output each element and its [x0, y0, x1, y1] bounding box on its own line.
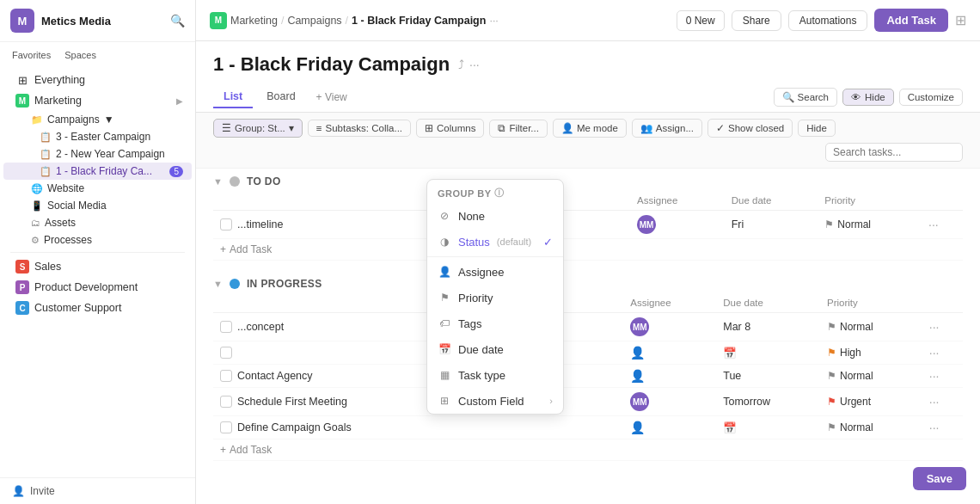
dropdown-item[interactable]: ⊘ None — [427, 203, 563, 229]
sidebar-item-productdev[interactable]: P Product Development — [3, 277, 192, 298]
sidebar-item-newyear[interactable]: 📋 2 - New Year Campaign — [3, 145, 192, 163]
assignee-btn[interactable]: 👥 Assign... — [632, 119, 702, 138]
customize-btn[interactable]: Customize — [899, 89, 963, 106]
sidebar-item-campaigns[interactable]: 📁 Campaigns ▼ — [3, 111, 192, 128]
task-more-btn[interactable]: ··· — [929, 369, 940, 383]
breadcrumb-marketing[interactable]: Marketing — [230, 15, 278, 27]
hide-label: Hide — [865, 92, 885, 102]
sidebar-item-sales[interactable]: S Sales — [3, 256, 192, 277]
dropdown-item[interactable]: 👤 Assignee — [427, 259, 563, 285]
save-button[interactable]: Save — [913, 467, 966, 490]
sidebar-item-blackfriday[interactable]: 📋 1 - Black Friday Ca... 5 — [3, 163, 192, 180]
inprogress-status-dot — [230, 279, 240, 289]
task-more-btn[interactable]: ··· — [929, 421, 940, 434]
task-name-text: ...concept — [237, 321, 284, 333]
more-icon[interactable]: ··· — [469, 58, 480, 71]
add-duedate-icon[interactable]: 📅 — [723, 347, 737, 360]
favorites-btn[interactable]: Favorites — [7, 47, 56, 63]
dropdown-item[interactable]: ⊞ Custom Field › — [427, 388, 563, 414]
sidebar-item-processes[interactable]: ⚙ Processes — [3, 231, 192, 249]
assets-icon: 🗂 — [31, 218, 40, 228]
task-more-btn[interactable]: ··· — [928, 218, 939, 231]
search-icon[interactable]: 🔍 — [170, 14, 185, 28]
task-assignee-avatar[interactable]: MM — [637, 215, 656, 234]
check-icon: ✓ — [543, 236, 553, 249]
assignee-icon: 👥 — [640, 122, 652, 134]
share-icon[interactable]: ⤴ — [458, 58, 464, 71]
subtasks-btn[interactable]: ≡ Subtasks: Colla... — [308, 120, 411, 137]
task-actions-cell: ··· — [922, 365, 963, 388]
no-assignee-icon[interactable]: 👤 — [630, 369, 645, 383]
task-name-text: ...timeline — [237, 218, 284, 230]
breadcrumb-more-icon[interactable]: ··· — [489, 15, 498, 27]
no-assignee-icon[interactable]: 👤 — [630, 346, 645, 360]
search-input[interactable] — [825, 143, 963, 162]
task-assignee-avatar[interactable]: MM — [630, 317, 649, 336]
group-by-dropdown: GROUP BY ⓘ ⊘ None ◑ Status (default) ✓ 👤… — [426, 179, 564, 415]
task-checkbox[interactable] — [220, 421, 232, 433]
sidebar-item-assets[interactable]: 🗂 Assets — [3, 214, 192, 231]
dropdown-item[interactable]: ◑ Status (default) ✓ — [427, 229, 563, 255]
task-checkbox[interactable] — [220, 347, 232, 359]
workspace-avatar: M — [10, 9, 34, 33]
sidebar-item-customersupport[interactable]: C Customer Support — [3, 298, 192, 318]
todo-expand-icon[interactable]: ▼ — [213, 176, 223, 187]
task-checkbox[interactable] — [220, 218, 232, 230]
hide-toolbar-btn[interactable]: Hide — [798, 120, 836, 137]
task-assignee-avatar[interactable]: MM — [630, 392, 649, 411]
add-task-header-button[interactable]: Add Task — [874, 9, 948, 32]
task-more-btn[interactable]: ··· — [929, 320, 940, 334]
tab-board[interactable]: Board — [256, 86, 305, 108]
sidebar-item-marketing[interactable]: M Marketing ▶ — [3, 90, 192, 111]
group-by-btn[interactable]: ☰ Group: St... ▾ — [213, 119, 303, 138]
task-checkbox[interactable] — [220, 321, 232, 333]
sidebar-top-actions: Favorites Spaces — [0, 42, 195, 68]
filter-btn[interactable]: ⧉ Filter... — [489, 120, 548, 138]
add-task-link-todo[interactable]: + Add Task — [220, 243, 956, 255]
task-checkbox[interactable] — [220, 370, 232, 382]
dropdown-item[interactable]: ▦ Task type — [427, 362, 563, 388]
new-badge-btn[interactable]: 0 New — [677, 10, 725, 31]
automations-button[interactable]: Automations — [788, 10, 868, 31]
sidebar-item-website[interactable]: 🌐 Website — [3, 180, 192, 197]
breadcrumb-campaigns[interactable]: Campaigns — [287, 15, 341, 27]
breadcrumb-sep1: / — [281, 15, 284, 27]
more-options-icon[interactable]: ⊞ — [955, 12, 966, 28]
share-button[interactable]: Share — [732, 10, 781, 31]
sidebar-item-socialmedia[interactable]: 📱 Social Media — [3, 197, 192, 214]
me-mode-label: Me mode — [577, 123, 618, 133]
add-task-link-inprogress[interactable]: +Add Task — [220, 444, 956, 456]
no-assignee-icon[interactable]: 👤 — [630, 421, 645, 434]
tab-list[interactable]: List — [213, 86, 253, 108]
hide-btn[interactable]: 👁 Hide — [842, 89, 894, 106]
task-checkbox[interactable] — [220, 396, 232, 408]
inprogress-expand-icon[interactable]: ▼ — [213, 279, 223, 289]
dropdown-item-label: Custom Field — [458, 395, 524, 408]
priority-flag-normal: ⚑ — [824, 218, 834, 230]
priority-flag: ⚑ — [827, 370, 836, 382]
dropdown-item[interactable]: ⚑ Priority — [427, 285, 563, 310]
task-more-btn[interactable]: ··· — [929, 395, 940, 409]
task-priority-cell: ⚑ Normal — [820, 313, 922, 341]
task-actions-cell: ··· — [922, 416, 963, 439]
task-more-btn[interactable]: ··· — [929, 346, 940, 360]
columns-btn[interactable]: ⊞ Columns — [416, 119, 484, 138]
workspace-name: Metics Media — [41, 15, 111, 28]
customize-label: Customize — [908, 92, 954, 102]
sidebar-item-easter[interactable]: 📋 3 - Easter Campaign — [3, 128, 192, 145]
dropdown-item[interactable]: 📅 Due date — [427, 336, 563, 362]
sidebar-item-everything[interactable]: ⊞ Everything — [3, 70, 192, 90]
spaces-btn[interactable]: Spaces — [59, 47, 101, 63]
task-duedate-cell: 📅 — [716, 416, 820, 439]
add-duedate-icon[interactable]: 📅 — [723, 422, 737, 434]
sidebar-invite[interactable]: 👤 Invite — [0, 477, 195, 504]
me-mode-btn[interactable]: 👤 Me mode — [553, 119, 627, 138]
dropdown-item[interactable]: 🏷 Tags — [427, 310, 563, 336]
table-row: Schedule First Meeting MM Tomorrow ⚑ Urg… — [213, 388, 963, 416]
search-view-btn[interactable]: 🔍 Search — [774, 88, 837, 107]
inprogress-task-table: Assignee Due date Priority ...concept MM… — [213, 293, 963, 461]
add-view-button[interactable]: + View — [309, 87, 354, 108]
table-row: 👤 📅 ⚑ High ··· — [213, 341, 963, 365]
show-closed-btn[interactable]: ✓ Show closed — [707, 119, 793, 138]
col-header-priority: Priority — [818, 191, 922, 211]
